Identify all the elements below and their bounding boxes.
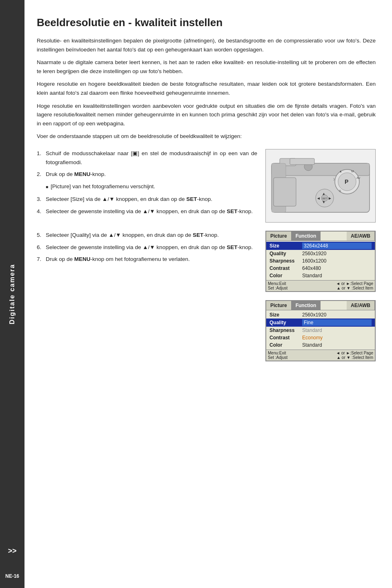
menu-2-size-label: Size bbox=[270, 312, 302, 318]
menu-1-size-label: Size bbox=[270, 243, 302, 249]
menu-1-color-value: Standard bbox=[302, 273, 372, 278]
menu-2-contrast-label: Contrast bbox=[270, 335, 302, 341]
sidebar: Digitale camera >> NE-16 bbox=[0, 0, 24, 588]
step-4-num: 4. bbox=[37, 207, 43, 216]
paragraph-4: Hoge resolutie en kwaliteitinstellingen … bbox=[37, 102, 376, 128]
menu-2-row-contrast: Contrast Economy bbox=[266, 334, 375, 341]
camera-svg: WER P ▲ M Av S ☽ bbox=[267, 151, 374, 220]
step-3-text: Selecteer [Size] via de ▲/▼ knoppen, en … bbox=[46, 195, 257, 204]
step-5-text: Selecteer [Quality] via de ▲/▼ knoppen, … bbox=[46, 231, 257, 240]
step-2-num: 2. bbox=[37, 170, 43, 179]
main-content: Beeldresolutie en - kwaliteit instellen … bbox=[24, 0, 392, 588]
menu-1-footer-left: Menu:Exit Set :Adjust bbox=[268, 281, 287, 290]
step-1-text: Schuif de modusschakelaar naar [▣] en st… bbox=[46, 149, 257, 167]
step-4-text: Selecteer de gewenste instelling via de … bbox=[46, 207, 257, 216]
menu-2-sharpness-label: Sharpness bbox=[270, 327, 302, 333]
menu-1-row-sharpness: Sharpness 1600x1200 bbox=[266, 257, 375, 265]
page-title: Beeldresolutie en - kwaliteit instellen bbox=[37, 16, 376, 29]
menu-2-size-value: 2560x1920 bbox=[302, 312, 372, 318]
step-2: 2. Druk op de MENU-knop. bbox=[37, 170, 257, 179]
menu-2-footer-right: ◄ or ►:Select Page ▲ or ▼ :Select Item bbox=[336, 351, 373, 360]
svg-text:M: M bbox=[351, 169, 354, 173]
menu-1-sharpness-value: 1600x1200 bbox=[302, 258, 372, 264]
menu-2-color-value: Standard bbox=[302, 342, 372, 348]
menu-1-quality-label: Quality bbox=[270, 251, 302, 256]
menu-2-exit-label: Menu:Exit bbox=[268, 351, 287, 355]
menu-2-sharpness-value: Standard bbox=[302, 327, 372, 333]
step-3-num: 3. bbox=[37, 195, 43, 204]
menu-2-row-size: Size 2560x1920 bbox=[266, 311, 375, 318]
menu-2-quality-value: Fine bbox=[302, 319, 372, 326]
step-7: 7. Druk op de MENU-knop om het fotografi… bbox=[37, 255, 257, 264]
steps-5-7-section: 5. Selecteer [Quality] via de ▲/▼ knoppe… bbox=[37, 231, 376, 292]
paragraph-2: Naarmate u de digitale camera beter leer… bbox=[37, 58, 376, 76]
svg-text:SET: SET bbox=[322, 197, 327, 200]
menu-1-footer: Menu:Exit Set :Adjust ◄ or ►:Select Page… bbox=[266, 280, 375, 291]
sidebar-arrows: >> bbox=[8, 547, 16, 555]
steps-1-2-section: 1. Schuif de modusschakelaar naar [▣] en… bbox=[37, 149, 376, 223]
svg-rect-15 bbox=[274, 178, 296, 206]
paragraph-3: Hogere resolutie en hogere beeldkwalitei… bbox=[37, 80, 376, 97]
menu-2-row-sharpness: Sharpness Standard bbox=[266, 327, 375, 334]
menu-1-select-page: ◄ or ►:Select Page bbox=[336, 281, 373, 286]
menu-1-tab-picture: Picture bbox=[266, 232, 292, 241]
menu-1-size-value: 3264x2448 bbox=[302, 243, 372, 249]
page-number: NE-16 bbox=[3, 572, 22, 580]
menu-1-tab-awb: AE/AWB bbox=[347, 232, 375, 241]
menu-screen-1: Picture Function AE/AWB Size 3264x2448 Q… bbox=[265, 231, 376, 292]
step-6: 6. Selecteer de gewenste instelling via … bbox=[37, 243, 257, 252]
menu-1-row-color: Color Standard bbox=[266, 272, 375, 279]
svg-text:◄: ◄ bbox=[316, 196, 321, 200]
step-1-num: 1. bbox=[37, 149, 43, 167]
svg-text:▲: ▲ bbox=[339, 169, 342, 173]
svg-text:Av: Av bbox=[356, 176, 360, 180]
svg-text:S: S bbox=[339, 189, 341, 193]
paragraph-5: Voer de onderstaande stappen uit om de b… bbox=[37, 132, 376, 141]
menu-1-row-quality: Quality 2560x1920 bbox=[266, 250, 375, 257]
camera-diagram: WER P ▲ M Av S ☽ bbox=[265, 149, 376, 223]
step-5-num: 5. bbox=[37, 231, 43, 240]
step-6-text: Selecteer de gewenste instelling via de … bbox=[46, 243, 257, 252]
svg-rect-14 bbox=[290, 158, 314, 165]
menu-1-tab-function: Function bbox=[292, 232, 321, 241]
menu-1-footer-right: ◄ or ►:Select Page ▲ or ▼ :Select Item bbox=[336, 281, 373, 290]
menu-2-row-color: Color Standard bbox=[266, 341, 375, 349]
step-1: 1. Schuif de modusschakelaar naar [▣] en… bbox=[37, 149, 257, 167]
step-2-sub-text: [Picture] van het fotografiemenu verschi… bbox=[51, 182, 155, 191]
svg-text:☽: ☽ bbox=[332, 178, 335, 181]
step-3: 3. Selecteer [Size] via de ▲/▼ knoppen, … bbox=[37, 195, 257, 204]
step-2-text: Druk op de MENU-knop. bbox=[46, 170, 257, 179]
step-7-num: 7. bbox=[37, 255, 43, 264]
menu-1-color-label: Color bbox=[270, 273, 302, 278]
camera-diagram-col: WER P ▲ M Av S ☽ bbox=[265, 149, 376, 223]
menu-1-quality-value: 2560x1920 bbox=[302, 251, 372, 256]
menu-screen-2-wrapper: Picture Function AE/AWB Size 2560x1920 Q… bbox=[37, 300, 376, 361]
menu-2-tab-function: Function bbox=[292, 301, 321, 310]
menu-1-exit-label: Menu:Exit bbox=[268, 281, 287, 286]
step-2-sub: ■ [Picture] van het fotografiemenu versc… bbox=[46, 182, 257, 191]
step-7-text: Druk op de MENU-knop om het fotografieme… bbox=[46, 255, 257, 264]
menu-1-row-contrast: Contrast 640x480 bbox=[266, 265, 375, 272]
bullet-icon: ■ bbox=[46, 184, 48, 191]
svg-text:P: P bbox=[345, 178, 348, 185]
menu-2-tab-awb: AE/AWB bbox=[347, 301, 375, 310]
menu-screen-2: Picture Function AE/AWB Size 2560x1920 Q… bbox=[265, 300, 376, 361]
menu-2-contrast-value: Economy bbox=[302, 335, 372, 341]
menu-1-adjust-label: Set :Adjust bbox=[268, 286, 287, 290]
sidebar-title: Digitale camera bbox=[8, 264, 17, 324]
menu-2-adjust-label: Set :Adjust bbox=[268, 355, 287, 360]
menu-2-select-item: ▲ or ▼ :Select Item bbox=[336, 355, 373, 360]
menu-1-body: Size 3264x2448 Quality 2560x1920 Sharpne… bbox=[266, 241, 375, 280]
paragraph-1: Resolutie- en kwaliteitsinstellingen bep… bbox=[37, 36, 376, 54]
menu-1-header: Picture Function AE/AWB bbox=[266, 232, 375, 241]
menu-2-color-label: Color bbox=[270, 342, 302, 348]
instructions-col-1: 1. Schuif de modusschakelaar naar [▣] en… bbox=[37, 149, 257, 223]
menu-1-contrast-value: 640x480 bbox=[302, 265, 372, 271]
menu-1-select-item: ▲ or ▼ :Select Item bbox=[336, 286, 373, 290]
steps-3-4: 3. Selecteer [Size] via de ▲/▼ knoppen, … bbox=[37, 195, 257, 216]
step-4: 4. Selecteer de gewenste instelling via … bbox=[37, 207, 257, 216]
menu-2-header: Picture Function AE/AWB bbox=[266, 301, 375, 310]
menu-2-row-quality: Quality Fine bbox=[266, 318, 375, 327]
step-6-num: 6. bbox=[37, 243, 43, 252]
menu-1-row-size: Size 3264x2448 bbox=[266, 242, 375, 250]
